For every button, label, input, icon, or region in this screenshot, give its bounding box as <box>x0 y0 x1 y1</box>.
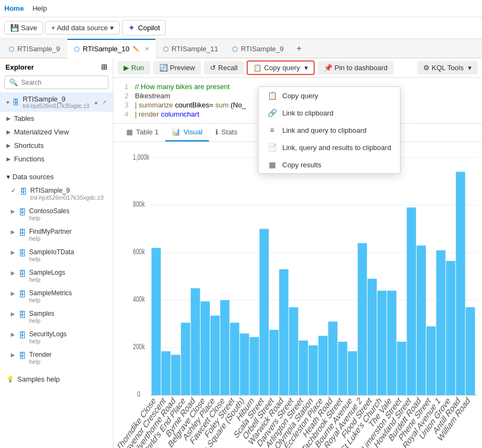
pin-dashboard-button[interactable]: 📌 Pin to dashboard <box>318 61 393 74</box>
ds-file-icon: 🗄 <box>18 208 26 216</box>
run-button[interactable]: ▶ Run <box>118 61 150 74</box>
tabs-row: ⬡ RTISample_9 ⬡ RTISample_10 ✏️ ✕ ⬡ RTIS… <box>0 39 482 58</box>
bar <box>436 250 445 396</box>
tab-visual[interactable]: 📊 Visual <box>165 124 209 141</box>
svg-text:0: 0 <box>137 390 140 398</box>
sidebar-item-materialized-view[interactable]: ▶ Materialized View <box>0 125 113 139</box>
sidebar-item-functions[interactable]: ▶ Functions <box>0 152 113 166</box>
recall-button[interactable]: ↺ Recall <box>204 61 243 74</box>
bar <box>397 342 406 395</box>
tab-rtisample11[interactable]: ⬡ RTISample_11 <box>157 39 225 58</box>
bar <box>211 316 220 395</box>
copy-query-icon: 📋 <box>253 64 262 72</box>
chevron-right-icon: ▶ <box>6 129 11 135</box>
bar <box>299 341 308 395</box>
sidebar-nav-out[interactable]: ↗ <box>102 99 106 105</box>
tab-rtisample9-1[interactable]: ⬡ RTISample_9 <box>2 39 66 58</box>
kql-icon: ⚙ <box>423 64 430 72</box>
copilot-button[interactable]: ✦ Copilot <box>122 20 166 36</box>
query-toolbar: ▶ Run 🔄 Preview ↺ Recall 📋 Copy query ▾ … <box>113 58 482 78</box>
expand-icon: ▶ <box>11 352 15 358</box>
bar <box>466 307 475 395</box>
ds-sub: help <box>29 358 52 365</box>
list-item[interactable]: ▶ 🗄 SampleIoTData help <box>0 245 113 266</box>
bar <box>417 246 426 395</box>
ds-sub: help <box>29 276 65 283</box>
data-sources-section-header[interactable]: ▾ Data sources <box>0 170 113 184</box>
copilot-icon: ✦ <box>128 23 135 33</box>
dropdown-link-query-clipboard[interactable]: ≡ Link and query to clipboard <box>259 121 400 139</box>
bar <box>230 323 239 395</box>
add-datasource-button[interactable]: + Add data source ▾ <box>45 21 120 35</box>
sidebar-item-samples-help[interactable]: 💡 Samples help <box>0 372 113 386</box>
main-ds-sub: trd-hjut526m017k35xgdc.z3 <box>23 103 89 109</box>
ds-file-icon: 🗄 <box>18 331 26 340</box>
list-item[interactable]: ▶ 🗄 ContosoSales help <box>0 204 113 225</box>
bar <box>407 207 416 395</box>
list-item[interactable]: ▶ 🗄 SampleLogs help <box>0 266 113 286</box>
edit-icon[interactable]: ✏️ <box>133 46 139 52</box>
svg-text:600k: 600k <box>133 247 145 256</box>
bar <box>318 336 328 395</box>
tab-rtisample9-2[interactable]: ⬡ RTISample_9 <box>226 39 290 58</box>
copy-icon: 📋 <box>267 91 277 100</box>
help-link[interactable]: Help <box>32 4 47 12</box>
expand-icon: ▶ <box>11 270 15 276</box>
expand-icon: ▶ <box>11 249 15 255</box>
ds-name: Samples <box>29 310 55 317</box>
sidebar-item-tables[interactable]: ▶ Tables <box>0 112 113 125</box>
sidebar-main-datasource[interactable]: ▾ 🗄 RTISample_9 trd-hjut526m017k35xgdc.z… <box>0 92 113 112</box>
tab-rtisample10[interactable]: ⬡ RTISample_10 ✏️ ✕ <box>67 39 155 58</box>
main-ds-name: RTISample_9 <box>23 95 89 103</box>
bar <box>250 337 259 395</box>
svg-text:200k: 200k <box>133 342 145 351</box>
sidebar-search-box[interactable]: 🔍 <box>4 76 108 89</box>
bar <box>348 351 357 395</box>
save-button[interactable]: 💾 Save <box>4 21 43 35</box>
ds-file-icon: 🗄 <box>19 187 27 196</box>
link-file-icon: 📄 <box>267 143 277 152</box>
ds-sub: help <box>29 297 72 303</box>
chevron-down-icon: ▾ <box>6 173 10 181</box>
chevron-down-icon: ▾ <box>6 99 9 105</box>
ds-name: FindMyPartner <box>29 228 72 235</box>
list-item[interactable]: ▶ 🗄 SampleMetrics help <box>0 286 113 307</box>
tab-icon: ⬡ <box>163 45 168 53</box>
list-item[interactable]: ▶ 🗄 Trender help <box>0 348 113 368</box>
table-icon: ▦ <box>126 128 133 136</box>
dropdown-link-clipboard[interactable]: 🔗 Link to clipboard <box>259 104 400 121</box>
expand-icon: ▶ <box>11 290 15 296</box>
toolbar: 💾 Save + Add data source ▾ ✦ Copilot <box>0 17 482 39</box>
sidebar-nav-up[interactable]: ▲ <box>93 99 99 105</box>
bar <box>260 229 269 395</box>
ds-file-icon: 🗄 <box>18 310 26 319</box>
dropdown-copy-query[interactable]: 📋 Copy query <box>259 87 400 104</box>
dropdown-copy-results[interactable]: ▦ Copy results <box>259 156 400 173</box>
close-tab-button[interactable]: ✕ <box>145 46 149 52</box>
home-link[interactable]: Home <box>4 4 24 12</box>
tab-table1[interactable]: ▦ Table 1 <box>120 124 165 141</box>
bar <box>426 327 436 396</box>
dropdown-link-query-results[interactable]: 📄 Link, query and results to clipboard <box>259 139 400 156</box>
bar-chart: 1,000k 800k 600k 400k 200k 0 Thorndike C… <box>118 146 478 448</box>
search-input[interactable] <box>21 79 104 86</box>
top-bar: Home Help <box>0 0 482 17</box>
list-item[interactable]: ▶ 🗄 Samples help <box>0 307 113 327</box>
list-item[interactable]: ▶ 🗄 FindMyPartner help <box>0 225 113 245</box>
datasource-icon: 🗄 <box>12 98 19 106</box>
sidebar-item-shortcuts[interactable]: ▶ Shortcuts <box>0 139 113 152</box>
search-icon: 🔍 <box>9 78 18 86</box>
sidebar-expand-icon[interactable]: ⊞ <box>101 63 107 71</box>
tab-stats[interactable]: ℹ Stats <box>209 124 244 141</box>
list-item[interactable]: ▶ 🗄 SecurityLogs help <box>0 327 113 348</box>
copy-query-button[interactable]: 📋 Copy query ▾ <box>247 60 314 75</box>
ds-name: SecurityLogs <box>29 330 66 338</box>
main-area: Explorer ⊞ 🔍 ▾ 🗄 RTISample_9 trd-hjut526… <box>0 58 482 448</box>
bar <box>387 290 396 395</box>
list-item[interactable]: ✓ 🗄 RTISample_9 trd-hjut526m017k35xgdc.z… <box>0 184 113 204</box>
samples-help-icon: 💡 <box>6 376 14 383</box>
add-tab-button[interactable]: + <box>291 42 307 56</box>
preview-button[interactable]: 🔄 Preview <box>153 61 201 74</box>
kql-tools-button[interactable]: ⚙ KQL Tools ▾ <box>417 61 478 74</box>
ds-name: SampleLogs <box>29 269 65 276</box>
